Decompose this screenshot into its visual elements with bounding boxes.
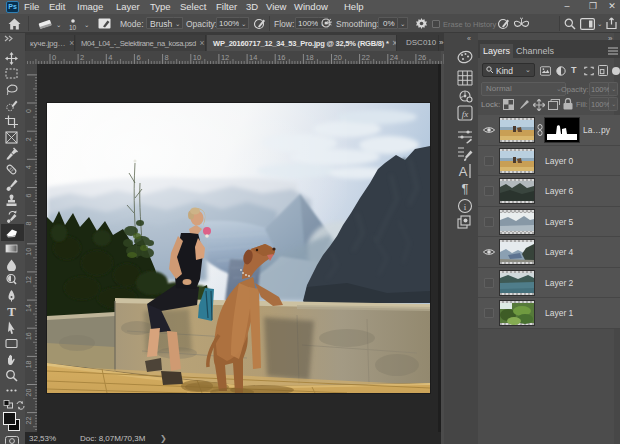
svg-text:4: 4 bbox=[25, 165, 32, 169]
svg-text:0: 0 bbox=[52, 53, 56, 62]
svg-text:4: 4 bbox=[108, 53, 112, 62]
svg-text:10: 10 bbox=[193, 53, 201, 62]
svg-text:12: 12 bbox=[25, 276, 32, 284]
svg-text:i: i bbox=[464, 202, 467, 212]
svg-text:16: 16 bbox=[25, 332, 32, 340]
svg-text:20: 20 bbox=[334, 53, 342, 62]
svg-text:0: 0 bbox=[25, 109, 32, 113]
svg-text:22: 22 bbox=[362, 53, 370, 62]
svg-text:6: 6 bbox=[25, 193, 32, 197]
svg-text:14: 14 bbox=[25, 304, 32, 312]
svg-text:26: 26 bbox=[418, 53, 426, 62]
svg-text:12: 12 bbox=[221, 53, 229, 62]
svg-text:T: T bbox=[7, 305, 16, 318]
svg-text:¶: ¶ bbox=[462, 181, 469, 196]
svg-text:20: 20 bbox=[25, 389, 32, 397]
svg-text:18: 18 bbox=[25, 360, 32, 368]
svg-text:18: 18 bbox=[305, 53, 313, 62]
svg-text:8: 8 bbox=[165, 53, 169, 62]
svg-text:2: 2 bbox=[80, 53, 84, 62]
svg-text:8: 8 bbox=[25, 222, 32, 226]
svg-text:fx: fx bbox=[462, 109, 469, 119]
svg-text:2: 2 bbox=[25, 137, 32, 141]
svg-text:6: 6 bbox=[136, 53, 140, 62]
svg-text:22: 22 bbox=[25, 417, 32, 425]
svg-text:24: 24 bbox=[390, 53, 398, 62]
svg-text:14: 14 bbox=[249, 53, 257, 62]
svg-text:16: 16 bbox=[277, 53, 285, 62]
svg-text:A: A bbox=[459, 164, 468, 179]
svg-text:10: 10 bbox=[25, 248, 32, 256]
